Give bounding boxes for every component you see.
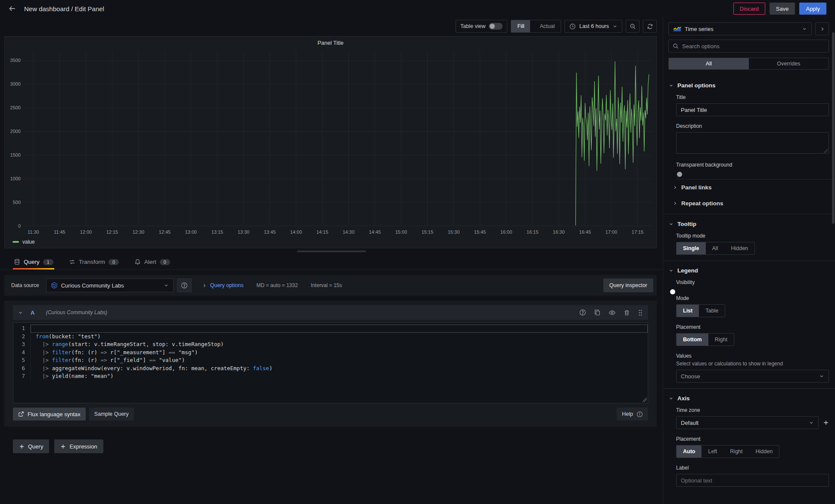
code-line[interactable]: 7 |> yield(name: "mean") (13, 372, 648, 380)
legend-placement-right[interactable]: Right (708, 334, 734, 346)
datasource-picker[interactable]: Curious Community Labs (46, 278, 174, 292)
search-icon (673, 43, 679, 49)
add-timezone-button[interactable] (823, 420, 829, 426)
discard-button[interactable]: Discard (733, 3, 765, 15)
code-line[interactable]: 4 |> filter(fn: (r) => r["_measurement"]… (13, 349, 648, 357)
options-search-input[interactable] (682, 43, 825, 49)
tab-alert-count: 0 (160, 259, 170, 265)
tooltip-mode-all[interactable]: All (706, 242, 725, 254)
tab-transform-label: Transform (79, 259, 105, 265)
timezone-select[interactable]: Default (676, 416, 819, 429)
panel-options-section-header[interactable]: Panel options (663, 76, 835, 93)
trash-icon[interactable] (624, 309, 630, 316)
editor-resize-grip[interactable] (643, 398, 647, 402)
legend-placement-label: Placement (676, 324, 829, 330)
chevron-down-icon[interactable] (18, 310, 23, 315)
flux-syntax-button[interactable]: Flux language syntax (13, 408, 86, 421)
table-view-toggle[interactable]: Table view (456, 20, 507, 33)
axis-section-header[interactable]: Axis (663, 389, 835, 406)
legend-values-select[interactable]: Choose (676, 370, 829, 383)
legend-mode-list[interactable]: List (677, 305, 699, 317)
options-tab-all[interactable]: All (669, 58, 749, 69)
max-data-points-info: MD = auto = 1332 (257, 282, 298, 288)
axis-label-input[interactable] (676, 474, 829, 487)
apply-button[interactable]: Apply (799, 3, 826, 15)
svg-text:16:00: 16:00 (500, 229, 512, 235)
add-query-button[interactable]: Query (13, 439, 49, 453)
legend-placement-bottom[interactable]: Bottom (677, 334, 708, 346)
svg-text:500: 500 (13, 200, 21, 205)
query-options-toggle[interactable]: Query options (202, 282, 244, 288)
tab-query[interactable]: Query 1 (13, 255, 54, 269)
tooltip-mode-group: Single All Hidden (676, 242, 755, 255)
top-nav: New dashboard / Edit Panel Discard Save … (0, 0, 835, 17)
duplicate-icon[interactable] (594, 309, 601, 316)
axis-placement-left[interactable]: Left (702, 445, 723, 458)
repeat-options-section[interactable]: Repeat options (663, 195, 835, 211)
back-button[interactable] (6, 3, 18, 15)
panel-links-section[interactable]: Panel links (663, 179, 835, 195)
code-line[interactable]: 2from(bucket: "test") (13, 333, 648, 341)
visualization-picker[interactable]: Time series (668, 22, 812, 35)
fit-fill-option[interactable]: Fill (511, 20, 530, 32)
time-range-picker[interactable]: Last 6 hours (565, 20, 622, 33)
code-line[interactable]: 3 |> range(start: v.timeRangeStart, stop… (13, 340, 648, 349)
panel-description-input[interactable] (676, 132, 829, 154)
help-button[interactable]: Help (617, 408, 648, 421)
table-view-switch[interactable] (489, 23, 503, 30)
svg-text:15:00: 15:00 (395, 229, 407, 235)
query-editor-footer: Flux language syntax Sample Query Help (13, 408, 648, 421)
tab-alert[interactable]: Alert 0 (133, 255, 171, 269)
axis-placement-hidden[interactable]: Hidden (749, 445, 779, 458)
svg-text:13:30: 13:30 (238, 229, 250, 235)
help-circle-icon[interactable] (579, 309, 586, 316)
axis-placement-right[interactable]: Right (723, 445, 749, 458)
legend-series-label[interactable]: value (22, 239, 35, 245)
save-button[interactable]: Save (770, 3, 795, 15)
panel-title-input[interactable] (676, 103, 829, 116)
chevron-down-icon (669, 396, 674, 401)
tooltip-mode-single[interactable]: Single (677, 242, 706, 254)
panel-resize-grip[interactable] (297, 250, 366, 252)
query-row-header[interactable]: A (Curious Community Labs) (13, 305, 648, 320)
time-range-label: Last 6 hours (579, 23, 609, 29)
datasource-help-button[interactable] (177, 278, 192, 292)
drag-handle-icon[interactable] (638, 309, 643, 316)
sidebar-scrollbar[interactable] (832, 32, 835, 224)
code-text: |> aggregateWindow(every: v.windowPeriod… (31, 365, 648, 373)
flux-code-editor[interactable]: 12from(bucket: "test")3 |> range(start: … (13, 322, 648, 403)
query-inspector-button[interactable]: Query inspector (603, 278, 653, 292)
legend-swatch[interactable] (12, 241, 19, 243)
description-field-label: Description (676, 123, 829, 129)
collapse-sidebar-button[interactable] (815, 22, 829, 35)
chevron-down-icon (669, 83, 674, 88)
refresh-button[interactable] (643, 20, 657, 33)
axis-placement-auto[interactable]: Auto (677, 445, 702, 458)
svg-text:11:30: 11:30 (28, 229, 39, 235)
timeseries-chart[interactable]: 11:3011:4512:0012:1512:3012:4513:0013:15… (5, 49, 656, 237)
add-expression-button[interactable]: Expression (54, 439, 103, 453)
tooltip-section-header[interactable]: Tooltip (663, 214, 835, 232)
svg-text:14:00: 14:00 (290, 229, 302, 235)
code-line[interactable]: 6 |> aggregateWindow(every: v.windowPeri… (13, 365, 648, 373)
code-line[interactable]: 1 (13, 325, 648, 333)
svg-text:0: 0 (18, 223, 21, 229)
sample-query-button[interactable]: Sample Query (89, 408, 134, 421)
legend-mode-table[interactable]: Table (699, 305, 725, 317)
panel-title[interactable]: Panel Title (5, 37, 656, 49)
tab-alert-label: Alert (144, 259, 156, 265)
svg-text:12:30: 12:30 (133, 229, 145, 235)
fit-actual-option[interactable]: Actual (534, 20, 561, 32)
options-tab-overrides[interactable]: Overrides (749, 58, 829, 69)
eye-icon[interactable] (608, 309, 616, 316)
tooltip-mode-hidden[interactable]: Hidden (724, 242, 754, 254)
options-search[interactable] (668, 40, 829, 53)
tab-transform[interactable]: Transform 0 (68, 255, 120, 269)
axis-placement-label: Placement (676, 436, 829, 442)
code-line[interactable]: 5 |> filter(fn: (r) => r["_field"] == "v… (13, 356, 648, 365)
svg-text:12:45: 12:45 (159, 229, 171, 235)
timeseries-panel[interactable]: Panel Title 11:3011:4512:0012:1512:3012:… (4, 36, 657, 248)
legend-section-header[interactable]: Legend (663, 261, 835, 278)
zoom-out-button[interactable] (626, 20, 639, 33)
code-text: |> filter(fn: (r) => r["_measurement"] =… (31, 349, 648, 357)
